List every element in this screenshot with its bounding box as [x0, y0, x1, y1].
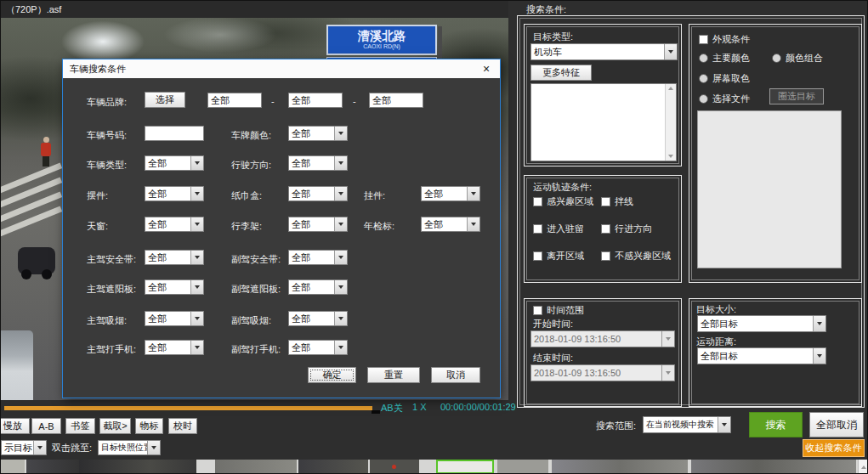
leave-area-checkbox[interactable]: 离开区域 [533, 250, 584, 262]
target-size-dropdown[interactable]: 全部目标 [697, 315, 826, 332]
sunroof-dropdown[interactable]: 全部 [145, 217, 204, 232]
thumbnail[interactable] [691, 460, 856, 474]
plate-no-input[interactable] [145, 126, 204, 141]
passenger-smoking-dropdown[interactable]: 全部 [288, 311, 348, 326]
jump-target-dropdown[interactable]: 目标快照位置 [98, 440, 161, 455]
screen-pick-radio[interactable]: 屏幕取色 [699, 72, 750, 85]
rack-dropdown[interactable]: 全部 [288, 217, 348, 232]
thumbnail[interactable] [215, 460, 297, 474]
checkbox-icon[interactable] [601, 197, 610, 206]
brand-select-button[interactable]: 选择 [145, 92, 185, 108]
chevron-down-icon[interactable] [190, 341, 203, 354]
chevron-down-icon[interactable] [190, 312, 203, 325]
checkbox-icon[interactable] [533, 224, 542, 234]
chevron-down-icon[interactable] [334, 312, 347, 325]
time-range-checkbox[interactable]: 时间范围 [533, 304, 584, 317]
chevron-down-icon[interactable] [467, 217, 479, 231]
chevron-down-icon[interactable] [334, 187, 347, 200]
chevron-down-icon[interactable] [147, 441, 160, 454]
brand-field-2[interactable] [288, 93, 343, 108]
passenger-visor-dropdown[interactable]: 全部 [288, 279, 348, 295]
radio-icon[interactable] [699, 94, 708, 104]
cancel-button[interactable]: 取消 [431, 367, 480, 383]
chevron-down-icon[interactable] [334, 156, 347, 170]
more-features-button[interactable]: 更多特征 [530, 65, 592, 81]
checkbox-icon[interactable] [533, 306, 542, 315]
checkbox-icon[interactable] [533, 251, 542, 261]
tripwire-checkbox[interactable]: 拌线 [601, 195, 633, 208]
results-thumbnail-strip[interactable] [1, 460, 858, 474]
thumbnail[interactable] [497, 460, 548, 474]
time-sync-button[interactable]: 校时 [168, 418, 197, 434]
thumbnail[interactable] [298, 460, 368, 474]
chevron-down-icon[interactable] [190, 156, 203, 170]
close-icon[interactable]: × [479, 63, 493, 75]
chevron-down-icon[interactable] [33, 441, 46, 454]
passenger-belt-dropdown[interactable]: 全部 [288, 250, 348, 265]
chevron-down-icon[interactable] [813, 348, 825, 364]
feature-listbox[interactable] [530, 83, 677, 161]
brand-field-3[interactable] [369, 93, 423, 108]
color-combo-radio[interactable]: 颜色组合 [772, 52, 823, 65]
driver-visor-dropdown[interactable]: 全部 [145, 279, 204, 295]
chevron-down-icon[interactable] [190, 217, 203, 231]
chevron-down-icon[interactable] [467, 187, 479, 200]
strip-scrollbar[interactable] [858, 460, 868, 474]
chevron-down-icon[interactable] [334, 217, 347, 231]
driver-belt-dropdown[interactable]: 全部 [145, 250, 204, 265]
pendant-dropdown[interactable]: 全部 [421, 186, 480, 201]
brand-field-1[interactable] [207, 93, 262, 108]
inspection-dropdown[interactable]: 全部 [421, 217, 480, 232]
ok-button[interactable]: 确定 [308, 367, 356, 383]
radio-icon[interactable] [699, 74, 708, 83]
listbox-scrollbar[interactable] [665, 84, 676, 161]
thumbnail[interactable] [370, 460, 419, 474]
thumbnail[interactable] [1, 460, 25, 474]
enter-stay-checkbox[interactable]: 进入驻留 [533, 223, 584, 235]
vehicle-type-dropdown[interactable]: 全部 [145, 155, 204, 171]
radio-icon[interactable] [772, 54, 781, 63]
plate-color-dropdown[interactable]: 全部 [288, 126, 348, 141]
slow-play-button[interactable]: 慢放 [0, 418, 30, 434]
thumbnail[interactable] [552, 460, 688, 474]
travel-direction-checkbox[interactable]: 行进方向 [601, 223, 652, 235]
checkbox-icon[interactable] [699, 35, 708, 44]
search-button[interactable]: 搜索 [749, 412, 803, 437]
scroll-down-icon[interactable] [668, 155, 673, 158]
reset-button[interactable]: 重置 [367, 367, 420, 383]
object-mark-button[interactable]: 物标 [135, 418, 163, 434]
progress-thumb[interactable] [372, 410, 380, 414]
motion-distance-dropdown[interactable]: 全部目标 [697, 347, 826, 364]
chevron-down-icon[interactable] [813, 316, 825, 331]
not-roi-checkbox[interactable]: 不感兴趣区域 [601, 250, 671, 262]
collapse-conditions-button[interactable]: 收起搜索条件 [803, 439, 865, 457]
chevron-down-icon[interactable] [334, 127, 347, 140]
chevron-down-icon[interactable] [334, 251, 347, 264]
chevron-down-icon[interactable] [334, 341, 347, 354]
dialog-title-bar[interactable]: 车辆搜索条件 × [63, 59, 500, 78]
scroll-up-icon[interactable] [861, 466, 866, 469]
chevron-down-icon[interactable] [718, 417, 730, 432]
radio-icon[interactable] [699, 54, 708, 63]
cancel-all-button[interactable]: 全部取消 [809, 412, 864, 437]
chevron-down-icon[interactable] [190, 280, 203, 294]
show-target-dropdown[interactable]: 示目标 [1, 440, 47, 455]
checkbox-icon[interactable] [533, 197, 542, 206]
checkbox-icon[interactable] [601, 251, 610, 261]
search-scope-dropdown[interactable]: 在当前视频中搜索 [643, 416, 731, 433]
select-file-radio[interactable]: 选择文件 [699, 93, 750, 105]
scroll-up-icon[interactable] [668, 87, 673, 90]
roi-checkbox[interactable]: 感兴趣区域 [533, 195, 593, 208]
tissue-box-dropdown[interactable]: 全部 [288, 186, 348, 201]
ab-repeat-button[interactable]: A-B [31, 418, 61, 434]
chevron-down-icon[interactable] [190, 251, 203, 264]
driver-phone-dropdown[interactable]: 全部 [145, 340, 204, 355]
playback-progress-bar[interactable] [4, 406, 372, 410]
direction-dropdown[interactable]: 全部 [288, 155, 348, 171]
thumbnail[interactable] [79, 460, 196, 474]
appearance-checkbox[interactable]: 外观条件 [699, 33, 750, 46]
bookmark-button[interactable]: 书签 [65, 418, 95, 434]
checkbox-icon[interactable] [601, 224, 610, 234]
chevron-down-icon[interactable] [664, 44, 677, 59]
chevron-down-icon[interactable] [334, 280, 347, 294]
